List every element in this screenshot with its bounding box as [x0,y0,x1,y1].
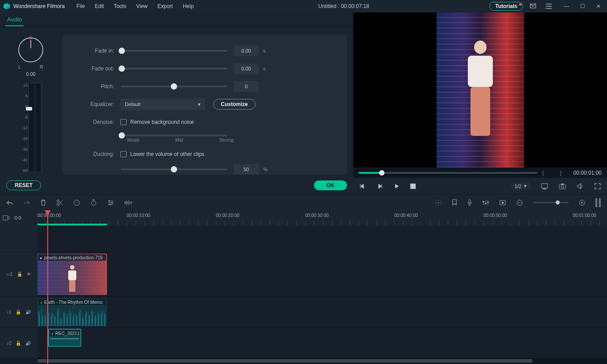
audio-track-2-head: ♪2 🔓 🔊 [0,328,37,359]
speed-icon[interactable] [73,199,80,206]
volume-icon[interactable] [577,183,584,189]
audio-clip-2[interactable]: ♪REC_202110 [48,329,81,347]
svg-point-1 [534,3,536,5]
equalizer-label: Equalizer: [62,101,120,107]
tab-audio[interactable]: Audio [5,13,24,26]
preview-viewport[interactable] [353,12,607,168]
stop-button[interactable] [410,184,416,189]
mute-icon[interactable]: 🔊 [25,341,31,346]
marker-icon[interactable] [452,199,457,206]
svg-rect-27 [3,216,8,220]
window-minimize-icon[interactable]: — [562,3,571,9]
menu-tools[interactable]: Tools [109,1,131,11]
zoom-out-icon[interactable] [516,199,523,206]
tutorials-button[interactable]: Tutorials [489,2,523,11]
lock-icon[interactable]: 🔓 [16,341,21,346]
svg-rect-21 [483,201,484,202]
svg-rect-5 [410,184,416,189]
timeline-scrollbar[interactable] [37,358,607,364]
visibility-icon[interactable]: 👁 [27,272,31,277]
playback-quality-icon[interactable] [541,183,548,189]
timeline-fit-icon[interactable] [595,198,601,207]
customize-button[interactable]: Customize [213,99,256,110]
mute-icon[interactable]: 🔊 [25,310,31,315]
menu-file[interactable]: File [72,1,89,11]
window-maximize-icon[interactable]: ☐ [578,3,587,9]
equalizer-select[interactable]: Default ▾ [120,98,205,110]
fade-out-value[interactable]: 0.00 [234,63,259,74]
playhead[interactable] [47,210,48,364]
menu-view[interactable]: View [132,1,152,11]
denoise-checkbox[interactable] [120,119,127,125]
preview-frame [437,12,524,168]
pan-value: 0.00 [26,71,35,77]
ok-button[interactable]: OK [314,180,347,190]
volume-fader[interactable] [26,107,32,110]
window-close-icon[interactable]: ✕ [594,3,603,9]
audio-track-icon: ♪2 [7,341,12,346]
audio-beats-icon[interactable] [124,200,132,206]
next-frame-button[interactable] [376,183,383,189]
preview-panel: { } 00:00:01:00 1/2▾ [353,12,607,194]
fade-in-value[interactable]: 0.00 [234,45,259,56]
mixer-icon[interactable] [482,200,489,206]
keyframe-icon[interactable] [499,200,506,206]
prev-frame-button[interactable] [359,183,366,189]
svg-rect-23 [487,202,489,203]
menu-export[interactable]: Export [153,1,178,11]
timeline-ruler[interactable]: 00:00:00:00 00:00:10:00 00:00:20:00 00:0… [37,210,607,225]
in-out-brackets[interactable]: { } [542,169,569,176]
timeline-zoom-slider[interactable] [533,202,569,203]
fullscreen-icon[interactable] [595,183,601,189]
pitch-value[interactable]: 0 [234,81,259,92]
svg-point-19 [438,202,439,203]
svg-rect-10 [561,184,564,185]
svg-rect-20 [469,200,471,203]
redo-icon[interactable] [23,200,30,206]
list-icon[interactable] [545,3,555,9]
denoise-slider[interactable] [120,135,227,136]
record-voiceover-icon[interactable] [467,199,472,206]
link-icon[interactable] [14,215,21,221]
ducking-value[interactable]: 50 [234,164,259,175]
pitch-label: Pitch: [62,83,120,90]
crop-icon[interactable] [90,199,97,206]
manage-tracks-icon[interactable] [3,215,10,221]
render-preview-icon[interactable] [435,199,442,206]
ducking-checkbox[interactable] [120,151,127,157]
svg-rect-6 [541,184,548,188]
fade-in-slider[interactable] [120,50,227,52]
svg-rect-7 [543,188,546,189]
svg-point-14 [91,201,96,205]
notifications-icon[interactable] [529,3,539,10]
lock-icon[interactable]: 🔓 [16,310,21,315]
adjust-icon[interactable] [107,200,114,206]
menu-edit[interactable]: Edit [91,1,109,11]
play-button[interactable] [393,183,400,189]
undo-icon[interactable] [6,200,13,206]
svg-point-15 [109,200,110,201]
pan-dial[interactable] [18,37,43,62]
svg-point-3 [545,6,546,7]
lock-icon[interactable]: 🔓 [17,272,22,277]
svg-rect-22 [485,203,487,204]
snapshot-icon[interactable] [559,183,566,189]
fade-out-slider[interactable] [120,68,227,70]
menu-help[interactable]: Help [178,1,198,11]
zoom-in-icon[interactable] [578,199,586,206]
pan-left-label: L [18,64,21,70]
svg-point-9 [561,185,564,188]
video-track-icon: ▭1 [6,272,13,277]
ducking-slider[interactable] [120,168,227,170]
reset-button[interactable]: RESET [6,180,41,190]
pitch-slider[interactable] [120,86,227,87]
ducking-checkbox-label: Lower the volume of other clips [130,151,204,157]
music-note-icon: ♪ [51,331,54,336]
preview-scrubber[interactable] [359,172,537,174]
titlebar: Wondershare Filmora File Edit Tools View… [0,0,607,12]
preview-zoom-select[interactable]: 1/2▾ [511,182,530,190]
denoise-checkbox-label: Remove background noise [130,119,194,125]
svg-point-2 [545,4,546,4]
delete-icon[interactable] [40,199,46,206]
split-icon[interactable] [56,199,63,206]
